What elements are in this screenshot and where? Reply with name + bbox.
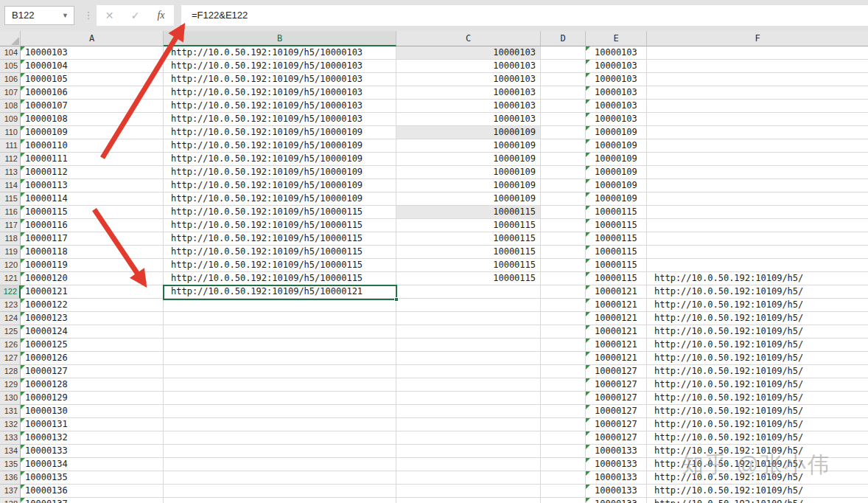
- cell-B105[interactable]: http://10.0.50.192:10109/h5/10000103: [164, 60, 396, 73]
- cell-E132[interactable]: 10000127: [586, 418, 647, 431]
- cell-A104[interactable]: 10000103: [21, 46, 164, 60]
- cell-A105[interactable]: 10000104: [21, 60, 164, 73]
- cell-D127[interactable]: [541, 352, 586, 365]
- cell-D130[interactable]: [541, 392, 586, 405]
- row-header-115[interactable]: 115: [0, 192, 21, 206]
- cell-F122[interactable]: http://10.0.50.192:10109/h5/: [647, 285, 868, 299]
- cell-D137[interactable]: [541, 485, 586, 498]
- cell-C119[interactable]: 10000115: [396, 246, 541, 259]
- cell-E125[interactable]: 10000121: [586, 325, 647, 339]
- row-header-134[interactable]: 134: [0, 445, 21, 458]
- cell-C106[interactable]: 10000103: [396, 73, 541, 86]
- cell-D106[interactable]: [541, 73, 586, 86]
- row-header-132[interactable]: 132: [0, 418, 21, 431]
- cell-A127[interactable]: 10000126: [21, 352, 164, 365]
- row-header-128[interactable]: 128: [0, 365, 21, 378]
- cell-A131[interactable]: 10000130: [21, 405, 164, 418]
- row-header-137[interactable]: 137: [0, 485, 21, 498]
- cell-F116[interactable]: [647, 206, 868, 219]
- cell-A117[interactable]: 10000116: [21, 219, 164, 232]
- cell-A126[interactable]: 10000125: [21, 339, 164, 352]
- cell-D129[interactable]: [541, 378, 586, 392]
- cell-F104[interactable]: [647, 46, 868, 60]
- cell-A121[interactable]: 10000120: [21, 272, 164, 285]
- cell-C105[interactable]: 10000103: [396, 60, 541, 73]
- cell-F135[interactable]: http://10.0.50.192:10109/h5/: [647, 458, 868, 471]
- cell-A116[interactable]: 10000115: [21, 206, 164, 219]
- cell-A107[interactable]: 10000106: [21, 86, 164, 100]
- row-header-112[interactable]: 112: [0, 153, 21, 166]
- cell-F130[interactable]: http://10.0.50.192:10109/h5/: [647, 392, 868, 405]
- cell-D109[interactable]: [541, 113, 586, 126]
- row-header-122[interactable]: 122: [0, 285, 21, 299]
- row-header-118[interactable]: 118: [0, 232, 21, 246]
- column-header-E[interactable]: E: [586, 31, 647, 46]
- cell-A133[interactable]: 10000132: [21, 431, 164, 445]
- insert-function-icon[interactable]: fx: [148, 10, 174, 21]
- cell-C107[interactable]: 10000103: [396, 86, 541, 100]
- row-header-124[interactable]: 124: [0, 312, 21, 325]
- cell-A123[interactable]: 10000122: [21, 299, 164, 312]
- cell-C129[interactable]: [396, 378, 541, 392]
- row-header-129[interactable]: 129: [0, 378, 21, 392]
- cell-C131[interactable]: [396, 405, 541, 418]
- cell-F125[interactable]: http://10.0.50.192:10109/h5/: [647, 325, 868, 339]
- cell-C126[interactable]: [396, 339, 541, 352]
- cell-A122[interactable]: 10000121: [21, 285, 164, 299]
- cell-A110[interactable]: 10000109: [21, 126, 164, 139]
- row-header-114[interactable]: 114: [0, 179, 21, 192]
- column-header-A[interactable]: A: [21, 31, 164, 46]
- cell-B122[interactable]: http://10.0.50.192:10109/h5/10000121: [164, 285, 396, 299]
- cell-B112[interactable]: http://10.0.50.192:10109/h5/10000109: [164, 153, 396, 166]
- cell-D123[interactable]: [541, 299, 586, 312]
- cell-B110[interactable]: http://10.0.50.192:10109/h5/10000109: [164, 126, 396, 139]
- cell-A129[interactable]: 10000128: [21, 378, 164, 392]
- cell-C113[interactable]: 10000109: [396, 166, 541, 179]
- cell-D124[interactable]: [541, 312, 586, 325]
- cell-D113[interactable]: [541, 166, 586, 179]
- cell-A134[interactable]: 10000133: [21, 445, 164, 458]
- cell-D125[interactable]: [541, 325, 586, 339]
- cell-B126[interactable]: [164, 339, 396, 352]
- cell-F108[interactable]: [647, 100, 868, 113]
- cell-F129[interactable]: http://10.0.50.192:10109/h5/: [647, 378, 868, 392]
- cell-A108[interactable]: 10000107: [21, 100, 164, 113]
- cell-A132[interactable]: 10000131: [21, 418, 164, 431]
- cell-A112[interactable]: 10000111: [21, 153, 164, 166]
- row-header-117[interactable]: 117: [0, 219, 21, 232]
- cell-E112[interactable]: 10000109: [586, 153, 647, 166]
- row-header-135[interactable]: 135: [0, 458, 21, 471]
- cell-A124[interactable]: 10000123: [21, 312, 164, 325]
- cell-D132[interactable]: [541, 418, 586, 431]
- row-header-105[interactable]: 105: [0, 60, 21, 73]
- cell-F126[interactable]: http://10.0.50.192:10109/h5/: [647, 339, 868, 352]
- cell-D126[interactable]: [541, 339, 586, 352]
- cell-E127[interactable]: 10000121: [586, 352, 647, 365]
- row-header-109[interactable]: 109: [0, 113, 21, 126]
- row-header-106[interactable]: 106: [0, 73, 21, 86]
- row-header-127[interactable]: 127: [0, 352, 21, 365]
- column-header-B[interactable]: B: [164, 31, 396, 46]
- cell-B113[interactable]: http://10.0.50.192:10109/h5/10000109: [164, 166, 396, 179]
- cell-D104[interactable]: [541, 46, 586, 60]
- cell-A137[interactable]: 10000136: [21, 485, 164, 498]
- cell-B130[interactable]: [164, 392, 396, 405]
- cell-E126[interactable]: 10000121: [586, 339, 647, 352]
- cell-C110[interactable]: 10000109: [396, 126, 541, 139]
- row-header-110[interactable]: 110: [0, 126, 21, 139]
- cell-F117[interactable]: [647, 219, 868, 232]
- cell-D116[interactable]: [541, 206, 586, 219]
- cell-F114[interactable]: [647, 179, 868, 192]
- column-header-D[interactable]: D: [541, 31, 586, 46]
- cell-B133[interactable]: [164, 431, 396, 445]
- cell-C133[interactable]: [396, 431, 541, 445]
- row-header-120[interactable]: 120: [0, 259, 21, 272]
- cell-C132[interactable]: [396, 418, 541, 431]
- cell-E137[interactable]: 10000133: [586, 485, 647, 498]
- cell-E104[interactable]: 10000103: [586, 46, 647, 60]
- row-header-136[interactable]: 136: [0, 471, 21, 485]
- cell-E128[interactable]: 10000127: [586, 365, 647, 378]
- cell-D115[interactable]: [541, 192, 586, 206]
- cell-E105[interactable]: 10000103: [586, 60, 647, 73]
- cell-B134[interactable]: [164, 445, 396, 458]
